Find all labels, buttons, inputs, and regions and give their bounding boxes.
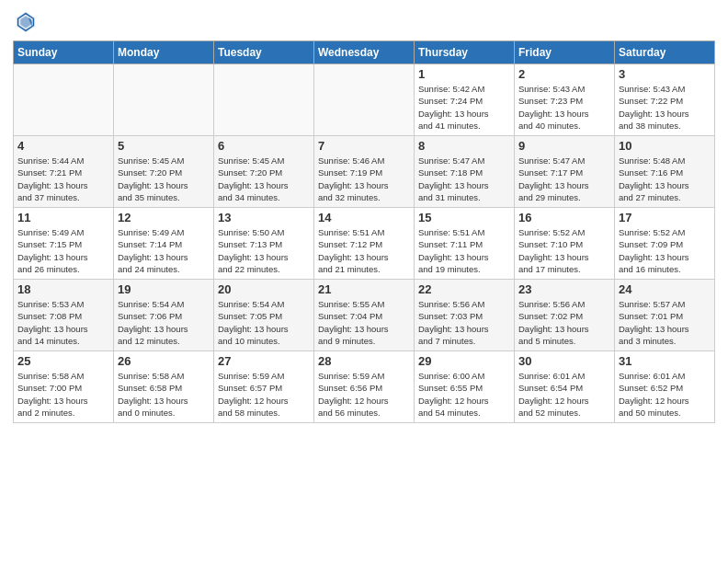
day-number: 5 [118,139,210,153]
calendar-cell: 22Sunrise: 5:56 AMSunset: 7:03 PMDayligh… [415,280,515,351]
col-header-wednesday: Wednesday [314,41,415,64]
day-number: 19 [118,282,210,296]
day-info: Sunrise: 5:58 AMSunset: 7:00 PMDaylight:… [17,370,109,419]
day-info: Sunrise: 5:54 AMSunset: 7:05 PMDaylight:… [218,298,310,347]
calendar-cell: 5Sunrise: 5:45 AMSunset: 7:20 PMDaylight… [114,136,214,208]
day-number: 27 [218,354,310,368]
calendar-cell [314,64,415,136]
day-info: Sunrise: 5:56 AMSunset: 7:02 PMDaylight:… [518,298,610,347]
calendar-cell: 21Sunrise: 5:55 AMSunset: 7:04 PMDayligh… [314,280,415,351]
calendar-cell: 19Sunrise: 5:54 AMSunset: 7:06 PMDayligh… [114,280,214,351]
day-number: 10 [619,139,711,153]
day-info: Sunrise: 5:53 AMSunset: 7:08 PMDaylight:… [17,298,109,347]
day-info: Sunrise: 5:59 AMSunset: 6:56 PMDaylight:… [318,370,410,419]
day-number: 26 [118,354,210,368]
calendar-cell: 25Sunrise: 5:58 AMSunset: 7:00 PMDayligh… [14,351,114,423]
calendar-cell: 7Sunrise: 5:46 AMSunset: 7:19 PMDaylight… [314,136,415,208]
day-info: Sunrise: 6:00 AMSunset: 6:55 PMDaylight:… [418,370,510,419]
calendar-cell: 8Sunrise: 5:47 AMSunset: 7:18 PMDaylight… [415,136,515,208]
calendar-cell: 18Sunrise: 5:53 AMSunset: 7:08 PMDayligh… [14,280,114,351]
week-row-0: 1Sunrise: 5:42 AMSunset: 7:24 PMDaylight… [14,64,715,136]
week-row-1: 4Sunrise: 5:44 AMSunset: 7:21 PMDaylight… [14,136,715,208]
calendar-cell: 14Sunrise: 5:51 AMSunset: 7:12 PMDayligh… [314,208,415,280]
day-info: Sunrise: 5:50 AMSunset: 7:13 PMDaylight:… [218,226,310,275]
main-container: SundayMondayTuesdayWednesdayThursdayFrid… [0,0,728,429]
day-info: Sunrise: 5:44 AMSunset: 7:21 PMDaylight:… [17,155,109,203]
day-number: 3 [619,67,711,81]
day-number: 22 [418,282,510,296]
day-number: 29 [418,354,510,368]
calendar-cell: 2Sunrise: 5:43 AMSunset: 7:23 PMDaylight… [515,64,615,136]
logo [13,9,40,35]
day-info: Sunrise: 5:47 AMSunset: 7:18 PMDaylight:… [418,155,510,203]
day-info: Sunrise: 5:52 AMSunset: 7:10 PMDaylight:… [518,226,610,275]
col-header-tuesday: Tuesday [214,41,314,64]
day-number: 13 [218,211,310,224]
day-info: Sunrise: 5:56 AMSunset: 7:03 PMDaylight:… [418,298,510,347]
calendar-cell: 15Sunrise: 5:51 AMSunset: 7:11 PMDayligh… [415,208,515,280]
day-number: 4 [17,139,109,153]
day-info: Sunrise: 5:42 AMSunset: 7:24 PMDaylight:… [418,83,510,132]
day-info: Sunrise: 5:45 AMSunset: 7:20 PMDaylight:… [118,155,210,203]
day-number: 28 [318,354,410,368]
day-number: 30 [518,354,610,368]
calendar-cell [214,64,314,136]
day-info: Sunrise: 5:58 AMSunset: 6:58 PMDaylight:… [118,370,210,419]
day-info: Sunrise: 5:45 AMSunset: 7:20 PMDaylight:… [218,155,310,203]
calendar-cell: 24Sunrise: 5:57 AMSunset: 7:01 PMDayligh… [615,280,715,351]
day-number: 9 [518,139,610,153]
day-info: Sunrise: 5:49 AMSunset: 7:15 PMDaylight:… [17,226,109,275]
day-number: 16 [518,211,610,224]
logo-icon [13,9,39,35]
col-header-sunday: Sunday [14,41,114,64]
week-row-3: 18Sunrise: 5:53 AMSunset: 7:08 PMDayligh… [14,280,715,351]
day-number: 12 [118,211,210,224]
calendar-cell: 6Sunrise: 5:45 AMSunset: 7:20 PMDaylight… [214,136,314,208]
col-header-saturday: Saturday [615,41,715,64]
day-number: 24 [619,282,711,296]
day-info: Sunrise: 5:46 AMSunset: 7:19 PMDaylight:… [318,155,410,203]
day-number: 17 [619,211,711,224]
calendar-cell: 3Sunrise: 5:43 AMSunset: 7:22 PMDaylight… [615,64,715,136]
calendar-cell: 10Sunrise: 5:48 AMSunset: 7:16 PMDayligh… [615,136,715,208]
day-info: Sunrise: 5:55 AMSunset: 7:04 PMDaylight:… [318,298,410,347]
col-header-thursday: Thursday [415,41,515,64]
day-number: 18 [17,282,109,296]
day-number: 14 [318,211,410,224]
calendar-cell: 23Sunrise: 5:56 AMSunset: 7:02 PMDayligh… [515,280,615,351]
day-number: 6 [218,139,310,153]
day-info: Sunrise: 5:51 AMSunset: 7:12 PMDaylight:… [318,226,410,275]
day-info: Sunrise: 5:51 AMSunset: 7:11 PMDaylight:… [418,226,510,275]
day-number: 7 [318,139,410,153]
calendar-cell: 9Sunrise: 5:47 AMSunset: 7:17 PMDaylight… [515,136,615,208]
day-number: 20 [218,282,310,296]
calendar-cell: 31Sunrise: 6:01 AMSunset: 6:52 PMDayligh… [615,351,715,423]
day-number: 2 [518,67,610,81]
day-number: 1 [418,67,510,81]
day-info: Sunrise: 6:01 AMSunset: 6:52 PMDaylight:… [619,370,711,419]
calendar-cell [114,64,214,136]
day-number: 25 [17,354,109,368]
calendar-cell: 26Sunrise: 5:58 AMSunset: 6:58 PMDayligh… [114,351,214,423]
day-info: Sunrise: 5:47 AMSunset: 7:17 PMDaylight:… [518,155,610,203]
calendar-table: SundayMondayTuesdayWednesdayThursdayFrid… [13,40,715,423]
week-row-4: 25Sunrise: 5:58 AMSunset: 7:00 PMDayligh… [14,351,715,423]
calendar-cell [14,64,114,136]
calendar-cell: 20Sunrise: 5:54 AMSunset: 7:05 PMDayligh… [214,280,314,351]
col-header-monday: Monday [114,41,214,64]
day-info: Sunrise: 5:43 AMSunset: 7:23 PMDaylight:… [518,83,610,132]
day-number: 21 [318,282,410,296]
day-info: Sunrise: 5:54 AMSunset: 7:06 PMDaylight:… [118,298,210,347]
day-number: 23 [518,282,610,296]
calendar-cell: 4Sunrise: 5:44 AMSunset: 7:21 PMDaylight… [14,136,114,208]
day-info: Sunrise: 5:43 AMSunset: 7:22 PMDaylight:… [619,83,711,132]
calendar-cell: 17Sunrise: 5:52 AMSunset: 7:09 PMDayligh… [615,208,715,280]
col-header-friday: Friday [515,41,615,64]
day-info: Sunrise: 5:57 AMSunset: 7:01 PMDaylight:… [619,298,711,347]
day-info: Sunrise: 6:01 AMSunset: 6:54 PMDaylight:… [518,370,610,419]
week-row-2: 11Sunrise: 5:49 AMSunset: 7:15 PMDayligh… [14,208,715,280]
day-info: Sunrise: 5:49 AMSunset: 7:14 PMDaylight:… [118,226,210,275]
calendar-cell: 16Sunrise: 5:52 AMSunset: 7:10 PMDayligh… [515,208,615,280]
day-number: 11 [17,211,109,224]
calendar-cell: 11Sunrise: 5:49 AMSunset: 7:15 PMDayligh… [14,208,114,280]
